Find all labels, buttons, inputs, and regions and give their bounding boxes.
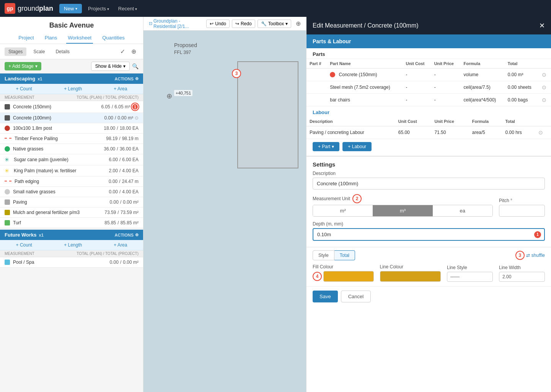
scale-tab[interactable]: Scale: [29, 47, 49, 56]
toolbox-button[interactable]: 🔧 Toolbox: [258, 20, 291, 28]
table-row[interactable]: Pool / Spa 0.00 / 0.00 m²: [0, 257, 143, 268]
total-tab[interactable]: Total: [334, 250, 355, 260]
fw-add-area-button[interactable]: + Area: [114, 242, 127, 248]
landscaping-add-row: + Count + Length + Area: [0, 84, 143, 94]
pitch-input[interactable]: [499, 205, 545, 217]
table-row[interactable]: ✳ King Palm (mature) w. fertiliser 2.00 …: [0, 165, 143, 176]
line-colour-group: Line Colour: [380, 264, 441, 282]
recent-link[interactable]: Recent: [115, 6, 140, 11]
modal-close-button[interactable]: ✕: [539, 21, 545, 30]
groundplan-tab[interactable]: ⊡ Groundplan - Residential [2/1...: [147, 18, 204, 30]
line-width-label: Line Width: [499, 265, 545, 270]
col-formula: Formula: [469, 117, 502, 126]
meas-values: 85.85 / 85.85 m²: [104, 220, 139, 225]
landscaping-actions[interactable]: ACTIONS ⊕: [115, 76, 139, 81]
meas-values: 0.00 / 0.00 m³ ⊙: [104, 115, 139, 121]
col-totals: TOTAL (PLAN) / TOTAL (PROJECT): [77, 95, 139, 100]
save-button[interactable]: Save: [313, 291, 338, 302]
add-part-button[interactable]: + Part: [313, 142, 339, 151]
tab-worksheet[interactable]: Worksheet: [66, 33, 93, 44]
search-icon[interactable]: 🔍: [132, 63, 139, 69]
cancel-button[interactable]: Cancel: [341, 291, 371, 302]
details-tab[interactable]: Details: [52, 47, 73, 56]
measurement-unit-label: Measurement Unit 2: [313, 194, 493, 203]
future-works-actions[interactable]: ACTIONS ⊕: [115, 232, 139, 237]
labour-header: Labour: [306, 106, 551, 117]
labour-actions-icon[interactable]: ⊙: [538, 129, 543, 136]
toolbar-row: Stages Scale Details ✓ ⊕: [0, 44, 143, 59]
line-width-select[interactable]: 2.00: [499, 272, 545, 282]
top-nav: gp groundplan New Projects Recent: [0, 0, 551, 17]
fw-add-count-button[interactable]: + Count: [16, 242, 32, 248]
stage-section: Landscaping x1 ACTIONS ⊕ + Count + Lengt…: [0, 74, 143, 392]
table-row[interactable]: ✳ Sugar cane palm (juvenile) 6.00 / 6.00…: [0, 154, 143, 165]
part-formula: ceil(area*4/500): [461, 94, 505, 106]
tab-project[interactable]: Project: [17, 33, 35, 44]
meas-values: 18.00 / 18.00 EA: [104, 126, 139, 131]
add-buttons-row: + Part + Labour: [306, 139, 551, 154]
add-stage-button[interactable]: + Add Stage: [5, 62, 41, 70]
line-style-wrap: ——: [447, 272, 493, 282]
table-row[interactable]: 100x100 1.8m post 18.00 / 18.00 EA: [0, 123, 143, 134]
unit-m3-button[interactable]: m³: [373, 205, 432, 216]
color-swatch-paving: [5, 199, 10, 205]
part-actions-icon[interactable]: ⊙: [542, 84, 546, 90]
table-row[interactable]: Path edging 0.00 / 24.47 m: [0, 176, 143, 187]
table-row: Steel mesh (7.5m2 coverage) - - ceil(are…: [306, 81, 551, 94]
redo-button[interactable]: ↪ Redo: [232, 20, 255, 28]
fill-colour-swatch[interactable]: [323, 271, 374, 282]
fw-add-length-button[interactable]: + Length: [64, 242, 82, 248]
meas-name: Path edging: [15, 179, 39, 184]
pitch-label: Pitch °: [499, 198, 545, 203]
meas-values: 98.19 / 98.19 m: [106, 136, 139, 141]
add-area-button[interactable]: + Area: [114, 86, 127, 91]
step-badge-2: 2: [352, 194, 362, 203]
show-hide-button[interactable]: Show & Hide: [91, 62, 130, 71]
parts-table: Part # Part Name Unit Cost Unit Price Fo…: [306, 59, 551, 106]
meas-left: Path edging: [5, 179, 109, 184]
tab-quantities[interactable]: Quantities: [101, 33, 126, 44]
unit-ea-button[interactable]: ea: [433, 205, 492, 216]
projects-link[interactable]: Projects: [85, 6, 112, 11]
style-tab[interactable]: Style: [313, 250, 334, 260]
add-labour-button[interactable]: + Labour: [342, 142, 372, 151]
table-row[interactable]: Timber Fence Pailing 98.19 / 98.19 m: [0, 134, 143, 144]
table-row[interactable]: Turf 85.85 / 85.85 m²: [0, 218, 143, 228]
meas-left: Concrete (100mm): [5, 115, 104, 121]
color-swatch-small-grass: [5, 189, 10, 194]
star-icon: ✳: [5, 157, 9, 163]
copy2-icon[interactable]: ⊕: [129, 47, 139, 56]
style-section: Style Total 3 ⇄ shuffle Fill Colour 4: [306, 247, 551, 286]
part-actions-icon[interactable]: ⊙: [542, 97, 546, 103]
tab-plans[interactable]: Plans: [43, 33, 59, 44]
unit-m2-button[interactable]: m²: [313, 205, 373, 216]
copy-icon[interactable]: ⊕: [293, 19, 303, 28]
meas-name: Pool / Spa: [13, 260, 34, 265]
add-count-button[interactable]: + Count: [16, 86, 32, 91]
line-style-select[interactable]: ——: [447, 272, 493, 282]
part-actions-icon[interactable]: ⊙: [542, 72, 546, 78]
description-input[interactable]: [313, 178, 545, 189]
meas-left: Timber Fence Pailing: [5, 136, 106, 141]
table-row[interactable]: Concrete (100mm) 0.00 / 0.00 m³ ⊙: [0, 113, 143, 123]
add-length-button[interactable]: + Length: [64, 86, 82, 91]
project-tabs: Project Plans Worksheet Quantities: [0, 33, 143, 44]
check-icon[interactable]: ✓: [118, 47, 127, 56]
col-part-num: Part #: [306, 59, 327, 69]
undo-button[interactable]: ↩ Undo: [206, 20, 230, 28]
save-row: Save Cancel: [306, 286, 551, 309]
shuffle-button[interactable]: ⇄ shuffle: [526, 253, 545, 258]
table-row[interactable]: Small native grasses 0.00 / 4.00 EA: [0, 187, 143, 197]
future-works-title: Future Works: [5, 232, 37, 238]
meas-left: ✳ King Palm (mature) w. fertiliser: [5, 168, 109, 174]
stages-tab[interactable]: Stages: [5, 47, 26, 56]
table-row[interactable]: Concrete (150mm) 6.05 / 6.05 m³ 1: [0, 101, 143, 113]
table-row[interactable]: Mulch and general fertilizer p/m3 73.59 …: [0, 207, 143, 218]
chevron-right-icon[interactable]: ⊙: [135, 115, 139, 121]
new-button[interactable]: New: [59, 4, 82, 13]
part-num: [306, 94, 327, 106]
table-row[interactable]: Native grasses 36.00 / 36.00 EA: [0, 144, 143, 154]
table-row[interactable]: Paving 0.00 / 0.00 m²: [0, 197, 143, 207]
depth-input[interactable]: [313, 228, 545, 241]
line-colour-swatch[interactable]: [380, 271, 441, 282]
